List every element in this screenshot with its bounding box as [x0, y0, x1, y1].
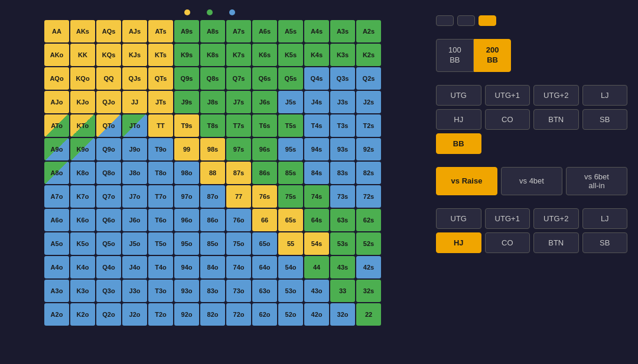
- grid-cell-77[interactable]: 77: [226, 185, 251, 208]
- grid-cell-43o[interactable]: 43o: [304, 280, 329, 302]
- grid-cell-jts[interactable]: JTs: [148, 91, 173, 113]
- villain-btn-hj[interactable]: HJ: [436, 232, 481, 253]
- grid-cell-76s[interactable]: 76s: [252, 185, 277, 208]
- grid-cell-q8s[interactable]: Q8s: [200, 67, 225, 90]
- grid-cell-k5o[interactable]: K5o: [70, 232, 95, 255]
- grid-cell-qq[interactable]: QQ: [96, 67, 121, 90]
- grid-cell-a9o[interactable]: A9o: [44, 138, 69, 160]
- grid-cell-k8o[interactable]: K8o: [70, 162, 95, 184]
- grid-cell-a8o[interactable]: A8o: [44, 162, 69, 184]
- grid-cell-t4s[interactable]: T4s: [304, 114, 329, 137]
- btn-vs-6bet[interactable]: vs 6betall-in: [566, 167, 627, 195]
- grid-cell-a3s[interactable]: A3s: [330, 20, 355, 42]
- grid-cell-86o[interactable]: 86o: [200, 209, 225, 231]
- grid-cell-42s[interactable]: 42s: [356, 256, 381, 278]
- grid-cell-j6o[interactable]: J6o: [122, 209, 147, 231]
- grid-cell-k7s[interactable]: K7s: [226, 44, 251, 66]
- villain-btn-utg2[interactable]: UTG+2: [533, 208, 579, 229]
- grid-cell-96s[interactable]: 96s: [252, 138, 277, 160]
- grid-cell-k3s[interactable]: K3s: [330, 44, 355, 66]
- grid-cell-k2s[interactable]: K2s: [356, 44, 381, 66]
- grid-cell-j4o[interactable]: J4o: [122, 256, 147, 278]
- btn-100bb[interactable]: 100BB: [436, 39, 474, 72]
- grid-cell-62s[interactable]: 62s: [356, 209, 381, 231]
- grid-cell-j7s[interactable]: J7s: [226, 91, 251, 113]
- grid-cell-k4o[interactable]: K4o: [70, 256, 95, 278]
- hero-btn-lj[interactable]: LJ: [582, 85, 628, 106]
- btn-cash9max[interactable]: [479, 15, 496, 26]
- btn-200bb[interactable]: 200BB: [474, 39, 512, 72]
- btn-cash6max[interactable]: [457, 15, 475, 26]
- grid-cell-a4s[interactable]: A4s: [304, 20, 329, 42]
- grid-cell-42o[interactable]: 42o: [304, 303, 329, 326]
- grid-cell-kk[interactable]: KK: [70, 44, 95, 66]
- grid-cell-a7s[interactable]: A7s: [226, 20, 251, 42]
- grid-cell-a2s[interactable]: A2s: [356, 20, 381, 42]
- grid-cell-t3s[interactable]: T3s: [330, 114, 355, 137]
- grid-cell-kqo[interactable]: KQo: [70, 67, 95, 90]
- grid-cell-k7o[interactable]: K7o: [70, 185, 95, 208]
- grid-cell-q7o[interactable]: Q7o: [96, 185, 121, 208]
- grid-cell-aqs[interactable]: AQs: [96, 20, 121, 42]
- grid-cell-52o[interactable]: 52o: [278, 303, 303, 326]
- hero-btn-btn[interactable]: BTN: [533, 109, 579, 130]
- grid-cell-a5o[interactable]: A5o: [44, 232, 69, 255]
- grid-cell-k9s[interactable]: K9s: [174, 44, 199, 66]
- grid-cell-65s[interactable]: 65s: [278, 209, 303, 231]
- grid-cell-kto[interactable]: KTo: [70, 114, 95, 137]
- grid-cell-q6o[interactable]: Q6o: [96, 209, 121, 231]
- grid-cell-j5o[interactable]: J5o: [122, 232, 147, 255]
- btn-vs-raise[interactable]: vs Raise: [436, 167, 497, 195]
- grid-cell-a6o[interactable]: A6o: [44, 209, 69, 231]
- grid-cell-q2o[interactable]: Q2o: [96, 303, 121, 326]
- grid-cell-kts[interactable]: KTs: [148, 44, 173, 66]
- grid-cell-99[interactable]: 99: [174, 138, 199, 160]
- grid-cell-72s[interactable]: 72s: [356, 185, 381, 208]
- grid-cell-44[interactable]: 44: [304, 256, 329, 278]
- grid-cell-43s[interactable]: 43s: [330, 256, 355, 278]
- grid-cell-t8s[interactable]: T8s: [200, 114, 225, 137]
- grid-cell-95s[interactable]: 95s: [278, 138, 303, 160]
- grid-cell-j9o[interactable]: J9o: [122, 138, 147, 160]
- btn-vs-4bet[interactable]: vs 4bet: [501, 167, 562, 195]
- hero-btn-utg2[interactable]: UTG+2: [533, 85, 579, 106]
- grid-cell-52s[interactable]: 52s: [356, 232, 381, 255]
- grid-cell-54s[interactable]: 54s: [304, 232, 329, 255]
- grid-cell-q6s[interactable]: Q6s: [252, 67, 277, 90]
- grid-cell-k8s[interactable]: K8s: [200, 44, 225, 66]
- grid-cell-98s[interactable]: 98s: [200, 138, 225, 160]
- grid-cell-63o[interactable]: 63o: [252, 280, 277, 302]
- grid-cell-j8s[interactable]: J8s: [200, 91, 225, 113]
- grid-cell-kqs[interactable]: KQs: [96, 44, 121, 66]
- btn-tournaments[interactable]: [436, 15, 454, 26]
- grid-cell-t2s[interactable]: T2s: [356, 114, 381, 137]
- grid-cell-t4o[interactable]: T4o: [148, 256, 173, 278]
- grid-cell-75o[interactable]: 75o: [226, 232, 251, 255]
- villain-btn-sb[interactable]: SB: [582, 232, 628, 253]
- grid-cell-97o[interactable]: 97o: [174, 185, 199, 208]
- grid-cell-95o[interactable]: 95o: [174, 232, 199, 255]
- grid-cell-62o[interactable]: 62o: [252, 303, 277, 326]
- grid-cell-97s[interactable]: 97s: [226, 138, 251, 160]
- grid-cell-t7o[interactable]: T7o: [148, 185, 173, 208]
- grid-cell-83o[interactable]: 83o: [200, 280, 225, 302]
- hero-btn-bb[interactable]: BB: [436, 133, 481, 154]
- grid-cell-55[interactable]: 55: [278, 232, 303, 255]
- grid-cell-k3o[interactable]: K3o: [70, 280, 95, 302]
- hero-btn-utg[interactable]: UTG: [436, 85, 481, 106]
- grid-cell-j9s[interactable]: J9s: [174, 91, 199, 113]
- grid-cell-j4s[interactable]: J4s: [304, 91, 329, 113]
- grid-cell-94s[interactable]: 94s: [304, 138, 329, 160]
- grid-cell-86s[interactable]: 86s: [252, 162, 277, 184]
- grid-cell-66[interactable]: 66: [252, 209, 277, 231]
- grid-cell-t8o[interactable]: T8o: [148, 162, 173, 184]
- grid-cell-92s[interactable]: 92s: [356, 138, 381, 160]
- grid-cell-q8o[interactable]: Q8o: [96, 162, 121, 184]
- grid-cell-ats[interactable]: ATs: [148, 20, 173, 42]
- grid-cell-a3o[interactable]: A3o: [44, 280, 69, 302]
- grid-cell-53s[interactable]: 53s: [330, 232, 355, 255]
- grid-cell-92o[interactable]: 92o: [174, 303, 199, 326]
- grid-cell-32o[interactable]: 32o: [330, 303, 355, 326]
- grid-cell-j2o[interactable]: J2o: [122, 303, 147, 326]
- grid-cell-j8o[interactable]: J8o: [122, 162, 147, 184]
